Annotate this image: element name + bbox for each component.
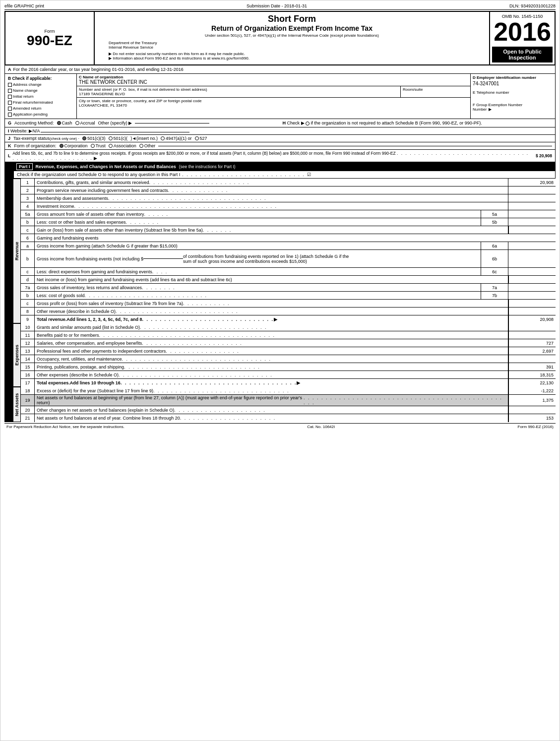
j-text: Tax-exempt status(check only one) · — [13, 136, 79, 141]
line-13-val: 2,697 — [508, 347, 556, 355]
line-6c-ref: 6c — [481, 268, 508, 275]
line-21-desc: Net assets or fund balances at end of ye… — [35, 414, 508, 422]
line-21-val: 153 — [508, 414, 556, 422]
line-7a-desc: Gross sales of inventory, less returns a… — [35, 284, 481, 291]
line-1-val: 20,908 — [508, 179, 556, 186]
line-7a-ref: 7a — [481, 284, 508, 291]
efile-label: efile GRAPHIC print — [4, 3, 44, 8]
line-18-row: 18 Excess or (deficit) for the year (Sub… — [21, 387, 556, 395]
k-label: K — [8, 143, 11, 148]
cb-pending-box — [8, 113, 12, 117]
line-6c-row: c Less: direct expenses from gaming and … — [21, 268, 556, 276]
dept-info-block: Department of the Treasury Internal Reve… — [99, 41, 485, 61]
form-number-box: Form 990-EZ — [5, 12, 95, 64]
line-1-row: 1 Contributions, gifts, grants, and simi… — [21, 179, 556, 186]
line-2-val — [508, 186, 556, 194]
line-19-val: 1,375 — [508, 395, 556, 406]
cb-amended-box — [8, 107, 12, 111]
line-21-num: 21 — [21, 414, 35, 422]
line-6a-ref: 6a — [481, 242, 508, 249]
k-other-radio — [139, 144, 143, 148]
address-val: 17189 TANGERINE BLVD — [79, 92, 398, 96]
section-b-label: B Check if applicable: — [8, 76, 73, 81]
i-text: Website: ▶N/A — [10, 128, 40, 133]
line-12-row: 12 Salaries, other compensation, and emp… — [21, 339, 556, 347]
line-20-row: 20 Other changes in net assets or fund b… — [21, 406, 556, 414]
part-i-wrapper: Part I Revenue, Expenses, and Changes in… — [4, 162, 556, 422]
line-19-row: 19 Net assets or fund balances at beginn… — [21, 395, 556, 406]
line-20-val — [508, 406, 556, 414]
g-cash-radio — [57, 121, 61, 125]
l-value: $ 20,908 — [536, 153, 552, 158]
line-2-row: 2 Program service revenue including gove… — [21, 186, 556, 194]
section-k: K Form of organization: Corporation Trus… — [4, 142, 556, 150]
line-9-num: 9 — [21, 315, 35, 323]
cb-address-box — [8, 83, 12, 87]
line-1-num: 1 — [21, 179, 35, 186]
org-name-val: THE NETWORK CENTER INC — [79, 79, 468, 85]
form-header-right: OMB No. 1545-1150 2016 Open to Public In… — [490, 12, 555, 64]
part-i-check-dots: . . . . . . . . . . . . . . . . . . . . … — [182, 172, 305, 177]
line-19-num: 19 — [21, 395, 35, 406]
line-4-val — [508, 202, 556, 210]
line-17-desc: Total expenses. Add lines 10 through 16 … — [35, 379, 508, 387]
line-18-desc: Excess or (deficit) for the year (Subtra… — [35, 387, 508, 394]
line-7b-desc: Less: cost of goods sold . . . . . . . .… — [35, 292, 481, 299]
line-3-desc: Membership dues and assessments . . . . … — [35, 194, 508, 202]
room-suite-label: Room/suite — [403, 87, 468, 92]
j-527-radio — [195, 136, 199, 140]
irs-name: Internal Revenue Service — [109, 45, 485, 50]
net-assets-rows: 18 Excess or (deficit) for the year (Sub… — [21, 387, 556, 422]
line-13-row: 13 Professional fees and other payments … — [21, 347, 556, 355]
line-17-num: 17 — [21, 379, 35, 387]
form-title-center: Short Form Return of Organization Exempt… — [95, 12, 490, 64]
line-2-desc: Program service revenue including govern… — [35, 186, 508, 194]
line-3-val — [508, 194, 556, 202]
f-label: F Group Exemption Number — [473, 103, 553, 107]
expenses-side-label: Expenses — [13, 323, 21, 387]
footer: For Paperwork Reduction Act Notice, see … — [4, 423, 556, 430]
line-13-num: 13 — [21, 347, 35, 355]
checkboxes-list: Address change Name change Initial retur… — [8, 82, 73, 117]
k-text: Form of organization: — [14, 143, 57, 148]
room-suite-block: Room/suite — [401, 86, 470, 97]
line-6b-val — [508, 250, 556, 267]
line-7c-val — [508, 300, 556, 307]
line-4-num: 4 — [21, 202, 35, 210]
line-6d-row: d Net income or (loss) from gaming and f… — [21, 276, 556, 284]
section-i: I Website: ▶N/A — [4, 127, 556, 135]
line-5b-desc: Less: cost or other basis and sales expe… — [35, 218, 481, 226]
line-6b-num: b — [21, 250, 35, 267]
line-10-desc: Grants and similar amounts paid (list in… — [35, 323, 508, 331]
line-11-val — [508, 331, 556, 339]
g-other-line — [135, 123, 209, 124]
section-b-block: B Check if applicable: Address change Na… — [5, 74, 77, 119]
line-5c-row: c Gain or (loss) from sale of assets oth… — [21, 226, 556, 234]
top-bar: efile GRAPHIC print Submission Date - 20… — [4, 2, 556, 10]
line-15-row: 15 Printing, publications, postage, and … — [21, 363, 556, 371]
line-8-row: 8 Other revenue (describe in Schedule O)… — [21, 308, 556, 315]
ein-val: 74-3247001 — [473, 81, 553, 86]
line-21-row: 21 Net assets or fund balances at end of… — [21, 414, 556, 422]
line-1-desc: Contributions, gifts, grants, and simila… — [35, 179, 508, 186]
dln-number: DLN: 93492031001228 — [509, 3, 556, 8]
cb-initial-box — [8, 95, 12, 99]
line-20-desc: Other changes in net assets or fund bala… — [35, 406, 508, 414]
h-radio — [306, 122, 310, 125]
line-11-num: 11 — [21, 331, 35, 339]
f-number-label: Number — [473, 107, 487, 112]
line-10-num: 10 — [21, 323, 35, 331]
section-g-content: G Accounting Method: Cash Accrual Other … — [8, 121, 278, 125]
line-12-val: 727 — [508, 339, 556, 347]
g-cash-label: Cash — [62, 121, 72, 125]
cb-pending: Application pending — [8, 112, 73, 117]
line-5a-desc: Gross amount from sale of assets other t… — [35, 210, 481, 218]
j-501c3-radio — [82, 136, 86, 140]
line-6b-desc: Gross income from fundraising events (no… — [35, 250, 481, 267]
org-details: C Name of organization THE NETWORK CENTE… — [77, 74, 471, 119]
k-assoc-label: Association — [114, 143, 136, 148]
footer-form: Form 990-EZ (2016) — [518, 425, 554, 429]
line-6d-num: d — [21, 276, 35, 283]
g-other-label: Other (specify) ▶ — [98, 121, 132, 125]
section-a-label: A — [8, 67, 11, 72]
